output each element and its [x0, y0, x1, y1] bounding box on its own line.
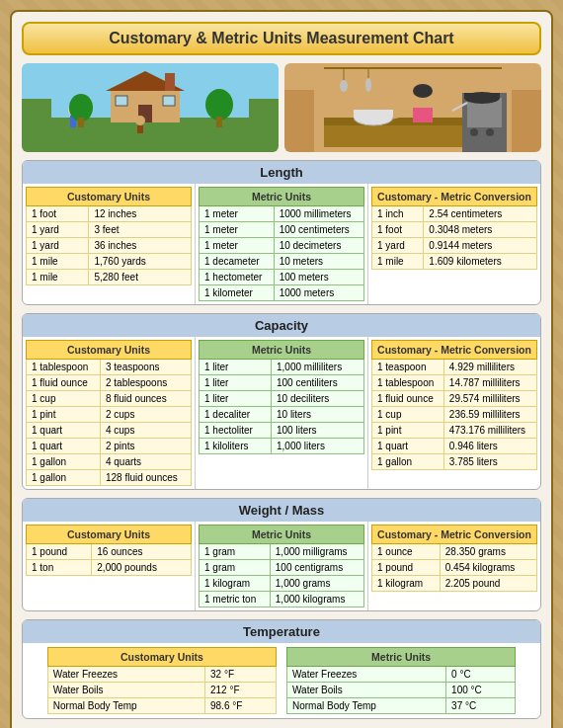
length-conversion-wrap: Customary - Metric Conversion 1 inch2.54…: [368, 184, 540, 304]
svg-point-25: [486, 128, 494, 136]
table-row: Water Freezes0 °C: [287, 667, 516, 683]
table-row: 1 meter100 centimeters: [200, 222, 364, 238]
temperature-section: Temperature Customary Units Water Freeze…: [22, 619, 541, 719]
temperature-tables: Customary Units Water Freezes32 °FWater …: [23, 643, 540, 718]
table-row: 1 ounce28.350 grams: [372, 544, 537, 560]
svg-point-24: [470, 128, 478, 136]
table-row: 1 hectoliter100 liters: [200, 423, 364, 439]
table-row: 1 pint2 cups: [27, 407, 192, 423]
table-row: 1 meter10 decimeters: [200, 238, 364, 254]
table-row: 1 ton2,000 pounds: [27, 560, 192, 576]
table-row: 1 tablespoon3 teaspoons: [27, 360, 192, 375]
svg-point-36: [340, 80, 348, 92]
table-row: 1 decameter10 meters: [200, 254, 364, 270]
length-customary-header: Customary Units: [27, 188, 192, 206]
table-row: Water Boils100 °C: [287, 683, 516, 698]
table-row: Normal Body Temp37 °C: [287, 698, 516, 714]
length-customary-wrap: Customary Units 1 foot12 inches1 yard3 f…: [23, 184, 195, 304]
capacity-title: Capacity: [23, 314, 540, 337]
weight-customary-table: Customary Units 1 pound16 ounces1 ton2,0…: [26, 525, 192, 576]
table-row: 1 gram100 centigrams: [200, 560, 364, 576]
weight-customary-wrap: Customary Units 1 pound16 ounces1 ton2,0…: [23, 522, 195, 610]
svg-point-15: [205, 89, 233, 121]
table-row: 1 gallon3.785 liters: [372, 454, 537, 470]
weight-conversion-header: Customary - Metric Conversion: [372, 526, 537, 544]
length-metric-header: Metric Units: [200, 188, 364, 206]
capacity-customary-wrap: Customary Units 1 tablespoon3 teaspoons1…: [23, 337, 195, 489]
length-conversion-header: Customary - Metric Conversion: [372, 188, 537, 206]
temp-metric-wrap: Metric Units Water Freezes0 °CWater Boil…: [286, 647, 516, 714]
svg-point-11: [135, 116, 145, 125]
weight-metric-header: Metric Units: [200, 526, 364, 544]
table-row: 1 kilometer1000 meters: [200, 285, 364, 301]
table-row: 1 kilogram2.205 pound: [372, 576, 537, 592]
temperature-title: Temperature: [23, 620, 540, 643]
svg-rect-19: [324, 125, 462, 147]
capacity-section: Capacity Customary Units 1 tablespoon3 t…: [22, 313, 541, 490]
table-row: 1 kilogram1,000 grams: [200, 576, 364, 592]
capacity-metric-wrap: Metric Units 1 liter1,000 milliliters1 l…: [196, 337, 367, 489]
table-row: 1 kiloliters1,000 liters: [200, 439, 364, 454]
capacity-conversion-header: Customary - Metric Conversion: [372, 341, 537, 360]
house-image: [22, 63, 279, 152]
weight-conversion-table: Customary - Metric Conversion 1 ounce28.…: [371, 525, 537, 592]
svg-rect-6: [163, 96, 175, 106]
svg-rect-16: [216, 117, 222, 127]
weight-tables: Customary Units 1 pound16 ounces1 ton2,0…: [23, 522, 540, 610]
length-tables: Customary Units 1 foot12 inches1 yard3 f…: [23, 184, 540, 304]
svg-point-29: [413, 84, 433, 98]
table-row: 1 meter1000 millimeters: [200, 206, 364, 222]
table-row: 1 metric ton1,000 kilograms: [200, 592, 364, 607]
table-row: 1 liter1,000 milliliters: [200, 360, 364, 375]
table-row: Normal Body Temp98.6 °F: [47, 698, 276, 714]
capacity-conversion-table: Customary - Metric Conversion 1 teaspoon…: [371, 340, 537, 470]
capacity-customary-table: Customary Units 1 tablespoon3 teaspoons1…: [26, 340, 192, 486]
table-row: 1 inch2.54 centimeters: [372, 206, 537, 222]
capacity-metric-table: Metric Units 1 liter1,000 milliliters1 l…: [199, 340, 364, 454]
table-row: 1 liter100 centiliters: [200, 375, 364, 391]
length-conversion-table: Customary - Metric Conversion 1 inch2.54…: [371, 187, 537, 270]
table-row: 1 gram1,000 milligrams: [200, 544, 364, 560]
table-row: Water Freezes32 °F: [47, 667, 276, 683]
images-row: [22, 63, 541, 152]
length-customary-table: Customary Units 1 foot12 inches1 yard3 f…: [26, 187, 192, 285]
temp-metric-header: Metric Units: [287, 648, 516, 667]
table-row: 1 mile5,280 feet: [27, 270, 192, 285]
svg-rect-21: [354, 110, 393, 118]
table-row: 1 quart4 cups: [27, 423, 192, 439]
length-metric-table: Metric Units 1 meter1000 millimeters1 me…: [199, 187, 364, 301]
table-row: 1 quart0.946 liters: [372, 439, 537, 454]
table-row: 1 yard36 inches: [27, 238, 192, 254]
weight-metric-table: Metric Units 1 gram1,000 milligrams1 gra…: [199, 525, 364, 607]
capacity-conversion-wrap: Customary - Metric Conversion 1 teaspoon…: [368, 337, 540, 489]
svg-rect-27: [464, 93, 500, 99]
table-row: 1 tablespoon14.787 milliliters: [372, 375, 537, 391]
svg-point-13: [69, 94, 93, 121]
svg-rect-5: [116, 96, 127, 106]
capacity-customary-header: Customary Units: [27, 341, 192, 360]
temp-customary-header: Customary Units: [47, 648, 276, 667]
capacity-tables: Customary Units 1 tablespoon3 teaspoons1…: [23, 337, 540, 489]
weight-customary-header: Customary Units: [27, 526, 192, 544]
table-row: 1 gallon128 fluid ounces: [27, 470, 192, 486]
table-row: 1 foot12 inches: [27, 206, 192, 222]
svg-point-38: [365, 78, 371, 92]
capacity-metric-header: Metric Units: [200, 341, 364, 360]
weight-conversion-wrap: Customary - Metric Conversion 1 ounce28.…: [368, 522, 540, 610]
table-row: 1 pound0.454 kilograms: [372, 560, 537, 576]
weight-metric-wrap: Metric Units 1 gram1,000 milligrams1 gra…: [196, 522, 367, 610]
table-row: 1 cup236.59 milliliters: [372, 407, 537, 423]
length-title: Length: [23, 161, 540, 184]
temp-metric-table: Metric Units Water Freezes0 °CWater Boil…: [286, 647, 516, 714]
temp-customary-table: Customary Units Water Freezes32 °FWater …: [47, 647, 277, 714]
table-row: 1 yard0.9144 meters: [372, 238, 537, 254]
page: Customary & Metric Units Measurement Cha…: [10, 10, 553, 728]
length-section: Length Customary Units 1 foot12 inches1 …: [22, 160, 541, 305]
main-title: Customary & Metric Units Measurement Cha…: [22, 22, 541, 55]
cooking-image: [284, 63, 541, 152]
weight-section: Weight / Mass Customary Units 1 pound16 …: [22, 498, 541, 611]
svg-rect-14: [78, 118, 84, 127]
table-row: 1 mile1.609 kilometers: [372, 254, 537, 270]
table-row: Water Boils212 °F: [47, 683, 276, 698]
table-row: 1 pint473.176 milliliters: [372, 423, 537, 439]
